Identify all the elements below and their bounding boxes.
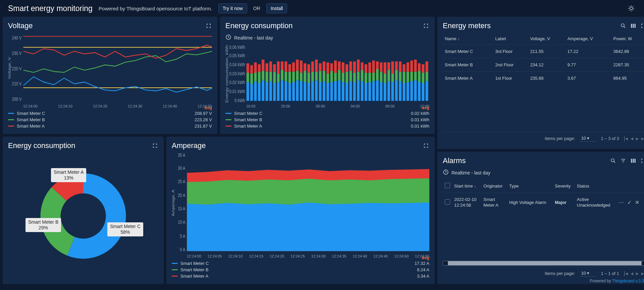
svg-rect-47 [269, 61, 272, 72]
legend-item[interactable]: Smart Meter B223.28 V [8, 117, 212, 123]
col-originator[interactable]: Originator [481, 179, 507, 193]
svg-text:10 A: 10 A [178, 220, 185, 225]
svg-rect-84 [319, 82, 322, 101]
fullscreen-icon[interactable] [423, 142, 429, 149]
fullscreen-icon[interactable] [640, 157, 644, 164]
items-per-page-select[interactable]: 10 ▾ [580, 135, 596, 142]
svg-rect-53 [277, 61, 280, 73]
search-icon[interactable] [620, 22, 627, 29]
fullscreen-icon[interactable] [152, 142, 158, 149]
try-it-now-button[interactable]: Try it now [218, 3, 247, 13]
legend-item[interactable]: Smart Meter C17.32 A [172, 260, 429, 267]
svg-text:Amperage, A: Amperage, A [172, 190, 175, 216]
svg-rect-57 [284, 81, 287, 101]
donut-chart: Smart Meter A13% Smart Meter B29% Smart … [8, 153, 158, 279]
realtime-label[interactable]: Realtime - last day [451, 170, 490, 175]
svg-rect-86 [319, 63, 322, 71]
svg-rect-88 [323, 71, 325, 81]
install-button[interactable]: Install [266, 3, 287, 13]
svg-rect-141 [391, 82, 394, 101]
svg-rect-60 [288, 83, 291, 101]
legend-item[interactable]: Smart Meter C0.02 kWh [225, 110, 429, 117]
table-row[interactable]: Smart Meter B2nd Floor234.129.772287.35 [443, 58, 644, 72]
theme-toggle-icon[interactable] [627, 4, 636, 13]
columns-icon[interactable] [630, 157, 637, 164]
items-per-page-select[interactable]: 10 ▾ [580, 270, 596, 277]
col-start[interactable]: Start time↓ [452, 179, 481, 193]
amperage-chart: Amperage, A 0 A 5 A 10 A 15 A 20 A 25 A … [172, 153, 429, 253]
page-subtitle: Powered by ThingsBoard opensource IoT pl… [99, 6, 212, 11]
table-row[interactable]: Smart Meter C3rd Floor211.5517.223642.89 [443, 45, 644, 58]
meters-panel: Energy meters Name↓ Label Voltage, V Amp… [437, 17, 644, 149]
svg-rect-69 [300, 81, 303, 101]
svg-rect-83 [315, 60, 318, 72]
col-amperage[interactable]: Amperage, V [566, 33, 611, 45]
page-next-icon[interactable]: ▸ [636, 135, 639, 142]
svg-rect-146 [395, 61, 398, 70]
svg-text:Voltage, V: Voltage, V [8, 57, 12, 79]
amperage-title: Amperage [172, 141, 206, 150]
svg-rect-102 [342, 82, 344, 101]
col-label[interactable]: Label [493, 33, 528, 45]
realtime-label[interactable]: Realtime - last day [234, 35, 273, 41]
version-link[interactable]: Thingsboard v.3.3.4 [612, 279, 644, 283]
page-first-icon[interactable]: |◂ [624, 135, 628, 142]
page-first-icon[interactable]: |◂ [624, 270, 628, 277]
svg-rect-110 [349, 61, 352, 71]
svg-rect-173 [631, 24, 632, 28]
search-icon[interactable] [610, 157, 616, 164]
fullscreen-icon[interactable] [423, 22, 429, 29]
svg-rect-170 [426, 61, 428, 72]
col-voltage[interactable]: Voltage, V [528, 33, 566, 45]
svg-rect-62 [288, 64, 291, 72]
legend-item[interactable]: Smart Meter B0.01 kWh [225, 117, 429, 123]
columns-icon[interactable] [630, 22, 637, 29]
filter-icon[interactable] [620, 157, 627, 164]
ack-icon[interactable]: ✓ [627, 199, 632, 206]
legend-item[interactable]: Smart Meter A231.67 V [8, 123, 212, 129]
svg-rect-85 [319, 71, 322, 82]
clear-icon[interactable]: ✕ [635, 199, 639, 206]
row-checkbox[interactable] [445, 199, 450, 205]
page-last-icon[interactable]: ▸| [641, 270, 644, 277]
svg-rect-72 [304, 82, 306, 101]
svg-rect-48 [273, 83, 276, 101]
horizontal-scrollbar[interactable] [443, 261, 644, 266]
page-prev-icon[interactable]: ◂ [631, 135, 633, 142]
energy-bar-panel: Energy consumption Realtime - last day E… [220, 17, 435, 134]
select-all-checkbox[interactable] [445, 183, 450, 188]
col-name[interactable]: Name↓ [443, 33, 493, 45]
table-row[interactable]: Smart Meter A1st Floor235.683.67864.95 [443, 72, 644, 85]
svg-rect-126 [372, 81, 375, 101]
legend-item[interactable]: Smart Meter A0.01 kWh [225, 123, 429, 129]
meters-title: Energy meters [443, 21, 491, 30]
svg-rect-68 [296, 60, 299, 71]
legend-item[interactable]: Smart Meter A3.34 A [172, 273, 429, 279]
col-power[interactable]: Power, W [611, 33, 644, 45]
alarm-row[interactable]: 2022-02-1012:24:56 SmartMeter A High Vol… [443, 193, 644, 212]
fullscreen-icon[interactable] [205, 22, 212, 29]
svg-rect-135 [384, 83, 386, 101]
legend-item[interactable]: Smart Meter B8.24 A [172, 267, 429, 273]
svg-point-176 [611, 159, 614, 162]
page-next-icon[interactable]: ▸ [636, 270, 639, 277]
svg-rect-55 [281, 70, 283, 80]
page-last-icon[interactable]: ▸| [641, 135, 644, 142]
svg-rect-120 [365, 83, 367, 101]
svg-rect-155 [407, 62, 409, 72]
svg-rect-94 [330, 71, 333, 82]
svg-rect-33 [254, 81, 257, 101]
sort-desc-icon: ↓ [458, 37, 460, 41]
alarms-title: Alarms [443, 156, 466, 165]
page-prev-icon[interactable]: ◂ [631, 270, 633, 277]
col-status[interactable]: Status [575, 179, 616, 193]
svg-text:20 A: 20 A [178, 193, 185, 198]
col-type[interactable]: Type [507, 179, 553, 193]
svg-rect-82 [315, 72, 318, 80]
legend-item[interactable]: Smart Meter C208.97 V [8, 110, 212, 117]
fullscreen-icon[interactable] [640, 22, 644, 29]
svg-rect-95 [330, 63, 333, 71]
svg-rect-97 [334, 73, 337, 81]
more-icon[interactable]: ⋯ [619, 199, 624, 206]
col-severity[interactable]: Severity [553, 179, 575, 193]
